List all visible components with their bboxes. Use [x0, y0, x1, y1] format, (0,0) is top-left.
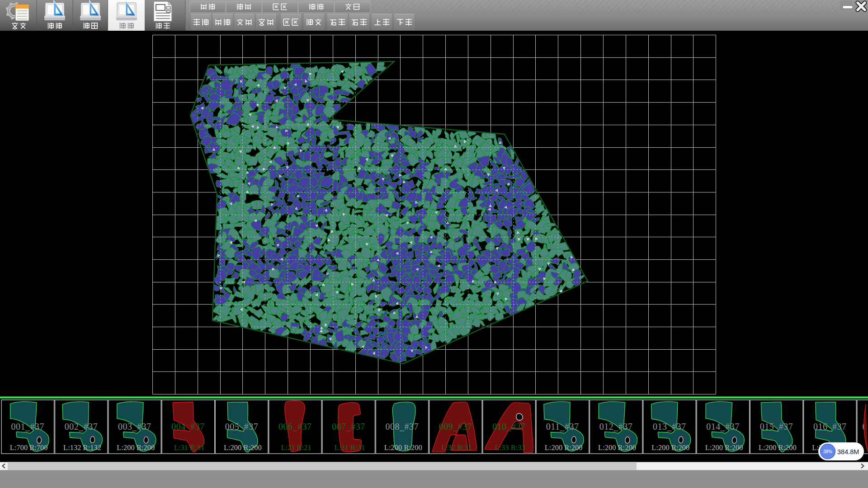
svg-text:012_#37: 012_#37 — [599, 422, 633, 432]
svg-text:006_#37: 006_#37 — [278, 422, 312, 432]
svg-text:L:200 R:200: L:200 R:200 — [759, 443, 797, 452]
svg-text:L:200 R:200: L:200 R:200 — [117, 443, 155, 452]
svg-text:011_#37: 011_#37 — [546, 422, 579, 432]
svg-text:014_#37: 014_#37 — [706, 422, 740, 432]
svg-text:009_#37: 009_#37 — [439, 422, 472, 432]
svg-text:016_#37: 016_#37 — [813, 422, 847, 432]
svg-text:L:700 R:700: L:700 R:700 — [10, 443, 48, 452]
svg-text:015_#37: 015_#37 — [760, 422, 793, 432]
svg-text:L:31 R:31: L:31 R:31 — [335, 443, 365, 452]
svg-text:002_#37: 002_#37 — [65, 422, 98, 432]
svg-text:L:200 R:200: L:200 R:200 — [651, 443, 689, 452]
svg-text:010_#37: 010_#37 — [492, 422, 526, 432]
svg-text:L:32 R:31: L:32 R:31 — [441, 443, 472, 452]
svg-text:007_#37: 007_#37 — [332, 422, 365, 432]
svg-text:38%: 38% — [823, 449, 832, 454]
svg-text:L:200 R:200: L:200 R:200 — [545, 443, 583, 452]
svg-text:L:31 R:31: L:31 R:31 — [174, 443, 204, 452]
svg-text:L:200 R:200: L:200 R:200 — [224, 443, 262, 452]
svg-text:L:200 R:200: L:200 R:200 — [384, 443, 422, 452]
svg-text:005_#37: 005_#37 — [225, 422, 259, 432]
svg-text:008_#37: 008_#37 — [386, 422, 419, 432]
svg-text:L:21 R:21: L:21 R:21 — [281, 443, 311, 452]
svg-text:L:132 R:132: L:132 R:132 — [63, 443, 101, 452]
svg-text:L:200 R:200: L:200 R:200 — [598, 443, 636, 452]
svg-text:013_#37: 013_#37 — [653, 422, 686, 432]
svg-text:384.8M: 384.8M — [837, 448, 859, 455]
svg-text:001_#37: 001_#37 — [11, 422, 44, 432]
svg-text:004_#37: 004_#37 — [171, 422, 205, 432]
svg-text:L:33 R:33: L:33 R:33 — [495, 443, 525, 452]
svg-text:L:200 R:200: L:200 R:200 — [705, 443, 743, 452]
svg-text:003_#37: 003_#37 — [118, 422, 151, 432]
